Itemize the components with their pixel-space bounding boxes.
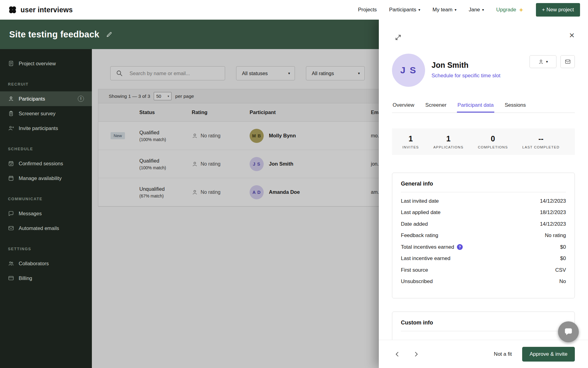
person-icon (538, 59, 544, 65)
info-value: No rating (545, 232, 566, 239)
info-row: Last applied date 18/12/2023 (401, 207, 566, 219)
info-value: CSV (555, 267, 566, 273)
general-info-rows: Last invited date 14/12/2023 Last applie… (401, 192, 566, 287)
participant-name: Jon Smith (432, 61, 469, 70)
main-nav: Projects Participants ▾ My team ▾ Jane ▾… (358, 3, 580, 17)
clover-logo-icon (8, 5, 17, 14)
sidebar-item-label: Collaborators (19, 261, 49, 266)
tab-sessions[interactable]: Sessions (504, 99, 526, 113)
email-participant-button[interactable] (560, 55, 575, 68)
sidebar-item-label: Participants (19, 96, 45, 102)
info-value: No (559, 278, 566, 285)
nav-participants[interactable]: Participants ▾ (389, 7, 420, 13)
chat-widget-button[interactable] (558, 321, 579, 342)
chevron-down-icon: ▾ (418, 8, 420, 12)
info-label: Date added (401, 221, 428, 227)
approve-invite-button[interactable]: Approve & invite (522, 347, 575, 362)
sidebar: Project overview RECRUIT Participants ! … (0, 49, 92, 368)
nav-label: Projects (358, 7, 377, 13)
chevron-down-icon: ▾ (454, 8, 456, 12)
info-row: Date added 14/12/2023 (401, 218, 566, 230)
previous-participant-button[interactable] (392, 349, 402, 359)
sidebar-item-project-overview[interactable]: Project overview (0, 56, 92, 71)
sidebar-item-label: Manage availability (19, 175, 62, 181)
sidebar-item-manage-availability[interactable]: Manage availability (0, 171, 92, 186)
modal-backdrop[interactable] (92, 49, 379, 368)
stat-last-completed: -- LAST COMPLETED (522, 134, 560, 149)
tab-overview[interactable]: Overview (392, 99, 415, 113)
people-icon (8, 260, 14, 266)
info-label: Total incentives earned (401, 244, 454, 250)
nav-label: Participants (389, 7, 416, 13)
sidebar-section-communicate: COMMUNICATE (0, 196, 92, 202)
sidebar-item-messages[interactable]: Messages (0, 206, 92, 221)
info-value: 14/12/2023 (540, 221, 566, 227)
card-title: General info (401, 173, 566, 192)
person-plus-icon (8, 125, 14, 131)
nav-label: Jane (469, 7, 480, 13)
info-value: 18/12/2023 (540, 209, 566, 216)
participant-detail-drawer: × J S Jon Smith Schedule for specific ti… (379, 20, 588, 368)
sidebar-item-label: Automated emails (19, 225, 59, 231)
participant-stats: 1 INVITES 1 APPLICATIONS 0 COMPLETIONS -… (392, 128, 575, 155)
sidebar-item-invite-participants[interactable]: Invite participants (0, 121, 92, 136)
sidebar-item-label: Confirmed sessions (19, 161, 63, 167)
sidebar-item-label: Invite participants (19, 125, 58, 131)
new-project-button[interactable]: + New project (536, 3, 580, 17)
participant-actions-button[interactable]: ▾ (530, 55, 556, 68)
top-navbar: user interviews Projects Participants ▾ … (0, 0, 588, 20)
upgrade-link[interactable]: Upgrade (496, 7, 523, 13)
nav-projects[interactable]: Projects (358, 7, 377, 13)
general-info-card: General info Last invited date 14/12/202… (392, 173, 575, 298)
alert-badge: ! (78, 96, 84, 102)
sidebar-section-schedule: SCHEDULE (0, 146, 92, 152)
tab-screener[interactable]: Screener (425, 99, 447, 113)
app-logo[interactable]: user interviews (8, 5, 73, 14)
info-label: Feedback rating (401, 232, 438, 239)
pencil-icon[interactable] (106, 31, 112, 38)
info-value: $0 (560, 255, 566, 262)
mail-icon (8, 225, 14, 231)
sidebar-item-screener-survey[interactable]: Screener survey (0, 106, 92, 121)
sidebar-item-automated-emails[interactable]: Automated emails (0, 221, 92, 236)
info-row: Last incentive earned $0 (401, 253, 566, 265)
nav-user-menu[interactable]: Jane ▾ (469, 7, 484, 13)
info-label: Last invited date (401, 198, 439, 204)
chevron-left-icon (394, 351, 401, 358)
info-row: First source CSV (401, 264, 566, 276)
info-row: Unsubscribed No (401, 276, 566, 288)
sidebar-item-collaborators[interactable]: Collaborators (0, 256, 92, 271)
not-a-fit-button[interactable]: Not a fit (494, 351, 512, 357)
sidebar-item-billing[interactable]: Billing (0, 271, 92, 286)
info-label: Unsubscribed (401, 278, 433, 285)
upgrade-label: Upgrade (496, 7, 516, 13)
clipboard-icon (8, 110, 14, 117)
schedule-time-slot-link[interactable]: Schedule for specific time slot (432, 73, 500, 79)
profile-actions: ▾ (530, 55, 575, 68)
info-row: Total incentives earned ? $0 (401, 241, 566, 253)
document-icon (8, 60, 14, 67)
mail-icon (565, 59, 571, 65)
chevron-down-icon: ▾ (546, 60, 548, 63)
stat-completions: 0 COMPLETIONS (478, 134, 508, 149)
chevron-right-icon (413, 351, 420, 358)
sidebar-item-label: Messages (19, 211, 42, 217)
info-value: $0 (560, 244, 566, 250)
drawer-footer: Not a fit Approve & invite (379, 340, 588, 368)
sidebar-item-participants[interactable]: Participants ! (0, 91, 92, 106)
info-value: 14/12/2023 (540, 198, 566, 204)
credit-card-icon (8, 275, 14, 281)
help-icon[interactable]: ? (457, 244, 463, 250)
page-title: Site testing feedback (9, 29, 99, 40)
stat-applications: 1 APPLICATIONS (433, 134, 463, 149)
nav-my-team[interactable]: My team ▾ (432, 7, 456, 13)
calendar-icon (8, 175, 14, 181)
logo-text: user interviews (21, 6, 73, 14)
sidebar-section-settings: SETTINGS (0, 246, 92, 252)
sidebar-item-confirmed-sessions[interactable]: Confirmed sessions (0, 156, 92, 171)
chat-icon (563, 327, 574, 337)
close-icon[interactable]: × (569, 31, 575, 40)
next-participant-button[interactable] (411, 349, 421, 359)
tab-participant-data[interactable]: Participant data (457, 99, 494, 113)
expand-icon[interactable] (395, 34, 401, 41)
